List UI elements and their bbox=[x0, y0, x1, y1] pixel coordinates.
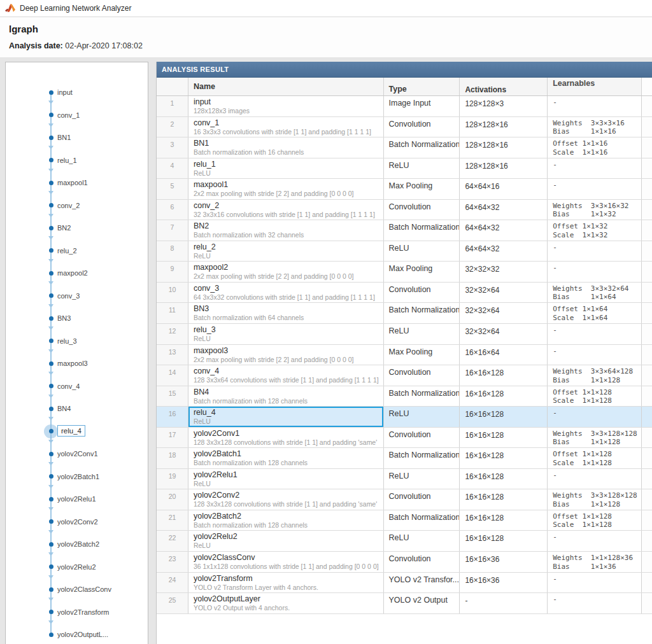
row-index[interactable]: 24 bbox=[157, 573, 188, 593]
cell-name[interactable]: conv_232 3x3x16 convolutions with stride… bbox=[188, 200, 384, 220]
column-header-name[interactable]: Name bbox=[188, 78, 384, 95]
column-header-activations[interactable]: Activations bbox=[460, 78, 548, 95]
table-row-selected[interactable]: 16relu_4ReLUReLU16×16×128- bbox=[157, 407, 652, 428]
cell-activations[interactable]: 16×16×128 bbox=[460, 428, 548, 448]
table-row[interactable]: 2conv_116 3x3x3 convolutions with stride… bbox=[157, 117, 652, 138]
cell-type[interactable]: Batch Normalization bbox=[384, 510, 460, 531]
cell-type[interactable]: ReLU bbox=[384, 469, 460, 489]
row-index[interactable]: 13 bbox=[157, 345, 188, 365]
graph-node-dot[interactable] bbox=[49, 587, 53, 592]
graph-node-label[interactable]: relu_1 bbox=[57, 156, 77, 165]
cell-name[interactable]: maxpool12x2 max pooling with stride [2 2… bbox=[188, 179, 384, 199]
row-index[interactable]: 1 bbox=[157, 96, 188, 116]
row-index[interactable]: 2 bbox=[157, 117, 188, 137]
cell-name[interactable]: maxpool32x2 max pooling with stride [2 2… bbox=[188, 345, 384, 365]
row-index[interactable]: 23 bbox=[157, 552, 188, 572]
row-index[interactable]: 12 bbox=[157, 324, 188, 344]
cell-type[interactable]: ReLU bbox=[384, 531, 460, 551]
cell-type[interactable]: Convolution bbox=[384, 283, 460, 303]
row-index[interactable]: 11 bbox=[157, 303, 188, 323]
row-index[interactable]: 18 bbox=[157, 448, 188, 468]
cell-learnables[interactable]: Offset 1×1×16 Scale 1×1×16 bbox=[548, 137, 642, 158]
cell-learnables[interactable]: Weights 3×3×128×128 Bias 1×1×128 bbox=[548, 428, 642, 448]
cell-activations[interactable]: 16×16×128 bbox=[460, 407, 548, 427]
graph-node-dot[interactable] bbox=[49, 361, 53, 366]
cell-learnables[interactable]: - bbox=[548, 345, 642, 365]
table-row[interactable]: 18yolov2Batch1Batch normalization with 1… bbox=[157, 448, 652, 469]
row-index[interactable]: 7 bbox=[157, 220, 188, 241]
cell-type[interactable]: Batch Normalization bbox=[384, 303, 460, 323]
cell-name[interactable]: yolov2Batch1Batch normalization with 128… bbox=[188, 448, 384, 468]
table-row[interactable]: 24yolov2TransformYOLO v2 Transform Layer… bbox=[157, 573, 652, 594]
row-index[interactable]: 16 bbox=[157, 407, 188, 427]
cell-learnables[interactable]: - bbox=[548, 241, 642, 262]
cell-name[interactable]: conv_364 3x3x32 convolutions with stride… bbox=[188, 283, 384, 303]
cell-name[interactable]: yolov2Relu1ReLU bbox=[188, 469, 384, 489]
table-row[interactable]: 13maxpool32x2 max pooling with stride [2… bbox=[157, 345, 652, 366]
graph-node-label[interactable]: relu_3 bbox=[57, 337, 77, 346]
table-row[interactable]: 23yolov2ClassConv36 1x1x128 convolutions… bbox=[157, 552, 652, 573]
column-header-type[interactable]: Type bbox=[384, 78, 460, 95]
graph-node-dot[interactable] bbox=[49, 339, 53, 343]
row-index[interactable]: 4 bbox=[157, 158, 188, 179]
graph-node-dot[interactable] bbox=[49, 519, 53, 524]
graph-node-label[interactable]: yolov2Conv2 bbox=[57, 517, 98, 526]
graph-node-label[interactable]: conv_1 bbox=[57, 111, 80, 120]
cell-name[interactable]: BN1Batch normalization with 16 channels bbox=[188, 137, 384, 158]
table-row[interactable]: 11BN3Batch normalization with 64 channel… bbox=[157, 303, 652, 324]
graph-node-label-selected[interactable]: relu_4 bbox=[57, 425, 85, 437]
cell-activations[interactable]: 64×64×32 bbox=[460, 220, 548, 241]
cell-learnables[interactable]: - bbox=[548, 593, 642, 613]
cell-learnables[interactable]: - bbox=[548, 407, 642, 427]
graph-node-dot[interactable] bbox=[49, 248, 53, 253]
graph-node-dot[interactable] bbox=[49, 542, 53, 547]
cell-name[interactable]: relu_4ReLU bbox=[188, 407, 384, 427]
cell-type[interactable]: Batch Normalization bbox=[384, 386, 460, 407]
cell-name[interactable]: conv_4128 3x3x64 convolutions with strid… bbox=[188, 365, 384, 386]
cell-name[interactable]: yolov2Conv2128 3x3x128 convolutions with… bbox=[188, 489, 384, 510]
cell-learnables[interactable]: - bbox=[548, 469, 642, 489]
cell-name[interactable]: BN4Batch normalization with 128 channels bbox=[188, 386, 384, 407]
column-header-learnables[interactable]: Learnables bbox=[548, 78, 642, 95]
cell-activations[interactable]: 128×128×16 bbox=[460, 137, 548, 158]
cell-activations[interactable]: 16×16×128 bbox=[460, 489, 548, 510]
graph-node-dot[interactable] bbox=[49, 384, 53, 388]
graph-node-dot[interactable] bbox=[49, 474, 53, 479]
graph-node-dot[interactable] bbox=[49, 564, 53, 569]
cell-type[interactable]: YOLO v2 Output bbox=[384, 593, 460, 613]
graph-node-dot[interactable] bbox=[49, 633, 53, 637]
cell-type[interactable]: ReLU bbox=[384, 241, 460, 262]
cell-activations[interactable]: 64×64×32 bbox=[460, 200, 548, 220]
graph-node-dot[interactable] bbox=[49, 90, 53, 95]
row-index[interactable]: 19 bbox=[157, 469, 188, 489]
cell-activations[interactable]: 16×16×128 bbox=[460, 469, 548, 489]
row-index[interactable]: 3 bbox=[157, 137, 188, 158]
graph-node-label[interactable]: yolov2ClassConv bbox=[57, 585, 111, 594]
cell-type[interactable]: Convolution bbox=[384, 428, 460, 448]
cell-name[interactable]: relu_2ReLU bbox=[188, 241, 384, 262]
cell-name[interactable]: maxpool22x2 max pooling with stride [2 2… bbox=[188, 262, 384, 282]
cell-type[interactable]: Convolution bbox=[384, 489, 460, 510]
cell-learnables[interactable]: Weights 1×1×128×36 Bias 1×1×36 bbox=[548, 552, 642, 572]
cell-activations[interactable]: 16×16×128 bbox=[460, 531, 548, 551]
cell-learnables[interactable]: - bbox=[548, 158, 642, 179]
cell-activations[interactable]: 16×16×36 bbox=[460, 573, 548, 593]
table-row[interactable]: 17yolov2Conv1128 3x3x128 convolutions wi… bbox=[157, 428, 652, 449]
graph-node-label[interactable]: yolov2Batch1 bbox=[57, 472, 99, 481]
cell-learnables[interactable]: Weights 3×3×32×64 Bias 1×1×64 bbox=[548, 283, 642, 303]
graph-node-dot[interactable] bbox=[49, 203, 53, 207]
cell-learnables[interactable]: - bbox=[548, 96, 642, 116]
cell-name[interactable]: yolov2OutputLayerYOLO v2 Output with 4 a… bbox=[188, 593, 384, 613]
cell-type[interactable]: ReLU bbox=[384, 407, 460, 427]
cell-name[interactable]: relu_3ReLU bbox=[188, 324, 384, 344]
cell-name[interactable]: yolov2ClassConv36 1x1x128 convolutions w… bbox=[188, 552, 384, 572]
cell-name[interactable]: yolov2Relu2ReLU bbox=[188, 531, 384, 551]
graph-node-dot[interactable] bbox=[49, 271, 53, 276]
graph-node-dot[interactable] bbox=[49, 452, 53, 456]
cell-learnables[interactable]: - bbox=[548, 262, 642, 282]
graph-node-label[interactable]: BN3 bbox=[57, 314, 71, 323]
table-row[interactable]: 6conv_232 3x3x16 convolutions with strid… bbox=[157, 200, 652, 221]
cell-activations[interactable]: 16×16×64 bbox=[460, 345, 548, 365]
graph-node-label[interactable]: conv_3 bbox=[57, 291, 80, 300]
table-row[interactable]: 9maxpool22x2 max pooling with stride [2 … bbox=[157, 262, 652, 283]
